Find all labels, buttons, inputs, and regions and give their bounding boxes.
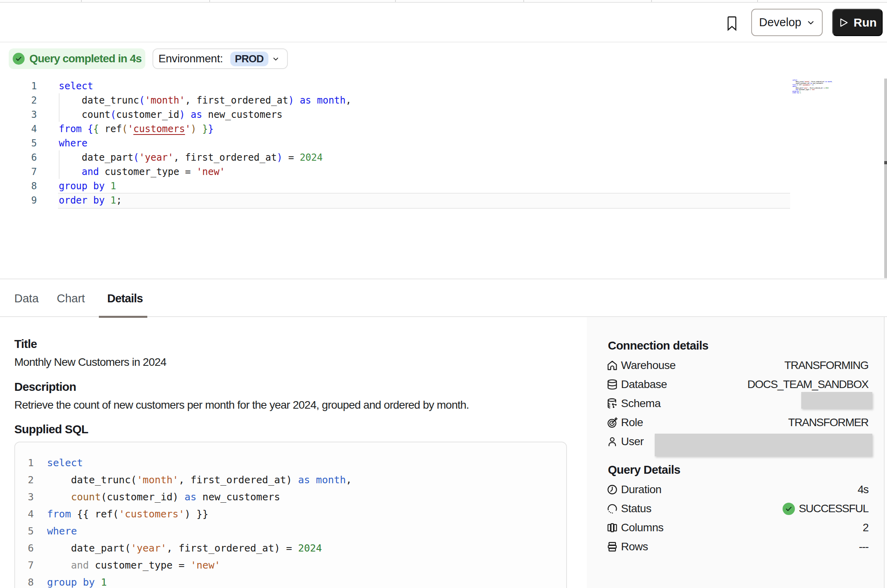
- status-icon: [607, 503, 618, 514]
- editor-scrollbar-thumb[interactable]: [884, 161, 887, 164]
- code-line: 7 and customer_type = 'new': [0, 165, 790, 179]
- role-icon: [607, 417, 618, 428]
- row-value: ---: [859, 540, 868, 553]
- code-line: 8group by 1: [15, 574, 563, 588]
- user-icon: [607, 436, 618, 447]
- duration-icon: [607, 484, 618, 495]
- success-check-icon: [13, 53, 25, 65]
- schema-redaction: [801, 392, 872, 409]
- row-label: Warehouse: [621, 359, 676, 372]
- develop-button[interactable]: Develop: [751, 9, 823, 36]
- run-label: Run: [854, 16, 877, 29]
- row-label: Columns: [621, 521, 663, 534]
- environment-select[interactable]: Environment: PROD: [152, 48, 288, 69]
- detail-row-warehouse: WarehouseTRANSFORMING: [607, 356, 868, 375]
- editor-scrollbar[interactable]: [884, 79, 887, 278]
- file-tab-separator: [395, 0, 396, 2]
- connection-details-panel: Connection details WarehouseTRANSFORMING…: [587, 316, 884, 588]
- row-value: TRANSFORMING: [784, 359, 868, 372]
- code-line: 4from {{ ref('customers') }}: [0, 122, 790, 136]
- tab-details[interactable]: Details: [107, 292, 143, 305]
- bookmark-icon[interactable]: [726, 16, 738, 31]
- file-tab-separator: [651, 0, 652, 2]
- code-line: 2 date_trunc('month', first_ordered_at) …: [0, 93, 790, 108]
- code-line: 6 date_part('year', first_ordered_at) = …: [0, 150, 790, 165]
- file-tab-separator: [209, 0, 210, 2]
- row-label: Status: [621, 502, 651, 515]
- environment-label: Environment:: [158, 52, 223, 65]
- row-value: 4s: [858, 483, 868, 496]
- detail-row-database: DatabaseDOCS_TEAM_SANDBOX: [607, 375, 868, 394]
- code-line: 4from {{ ref('customers') }}: [15, 505, 563, 523]
- row-label: Duration: [621, 483, 661, 496]
- schema-icon: [607, 398, 618, 409]
- query-details-heading: Query Details: [608, 463, 680, 477]
- query-status-pill: Query completed in 4s: [9, 48, 145, 69]
- row-value: TRANSFORMER: [788, 416, 868, 429]
- file-tab-strip[interactable]: [0, 0, 887, 3]
- row-label: Rows: [621, 540, 648, 553]
- description-heading: Description: [14, 380, 76, 394]
- develop-label: Develop: [759, 16, 801, 29]
- results-tab-bar: Data Chart Details: [0, 280, 887, 317]
- detail-row-columns: Columns2: [607, 518, 868, 537]
- environment-value-chip: PROD: [230, 52, 268, 66]
- row-label: Role: [621, 416, 643, 429]
- code-line: 3 count(customer_id) as new_customers: [0, 108, 790, 122]
- play-icon: [838, 17, 848, 28]
- columns-icon: [607, 522, 618, 533]
- editor-minimap[interactable]: select date_trunc('month', first_ordered…: [793, 79, 840, 95]
- rows-icon: [607, 541, 618, 552]
- file-tab-separator: [523, 0, 524, 2]
- code-line: 2 date_trunc('month', first_ordered_at) …: [15, 471, 563, 488]
- success-check-icon: [783, 503, 795, 515]
- detail-row-status: StatusSUCCESSFUL: [607, 499, 868, 518]
- connection-details-heading: Connection details: [608, 339, 708, 352]
- supplied-sql-box: 1select2 date_trunc('month', first_order…: [14, 442, 567, 588]
- code-line: 5where: [0, 136, 790, 150]
- supplied-sql-heading: Supplied SQL: [14, 423, 88, 436]
- warehouse-icon: [607, 360, 618, 371]
- user-redaction: [655, 434, 872, 456]
- row-value: 2: [863, 521, 868, 534]
- chevron-down-icon: [272, 56, 279, 62]
- file-tab-separator: [81, 0, 82, 2]
- row-label: User: [621, 435, 644, 448]
- database-icon: [607, 379, 618, 390]
- details-panel: Title Monthly New Customers in 2024 Desc…: [0, 316, 887, 588]
- minimap-line: order by 1;: [793, 92, 887, 94]
- row-value: SUCCESSFUL: [799, 502, 868, 515]
- toolbar: Develop Run: [0, 3, 887, 42]
- title-heading: Title: [14, 337, 37, 351]
- row-value: DOCS_TEAM_SANDBOX: [747, 378, 868, 391]
- description-value: Retrieve the count of new customers per …: [14, 399, 469, 411]
- code-line: 3 count(customer_id) as new_customers: [15, 488, 563, 505]
- code-line: 8group by 1: [0, 179, 790, 193]
- row-label: Schema: [621, 397, 661, 410]
- detail-row-duration: Duration4s: [607, 480, 868, 499]
- run-button[interactable]: Run: [832, 9, 883, 36]
- code-line: 5where: [15, 523, 563, 540]
- detail-row-rows: Rows---: [607, 537, 868, 556]
- tab-data[interactable]: Data: [14, 292, 39, 305]
- code-line: 1select: [15, 454, 563, 471]
- query-status-text: Query completed in 4s: [29, 52, 141, 65]
- code-line: 7 and customer_type = 'new': [15, 557, 563, 574]
- sql-editor: Query completed in 4s Environment: PROD …: [0, 43, 887, 279]
- code-line: 6 date_part('year', first_ordered_at) = …: [15, 540, 563, 557]
- details-scrollbar-gutter: [884, 316, 885, 588]
- active-tab-underline: [99, 316, 147, 318]
- tab-chart[interactable]: Chart: [57, 292, 85, 305]
- code-line: 9order by 1;: [0, 193, 790, 208]
- editor-minimap-content: select date_trunc('month', first_ordered…: [793, 79, 887, 94]
- detail-row-role: RoleTRANSFORMER: [607, 413, 868, 432]
- title-value: Monthly New Customers in 2024: [14, 356, 166, 369]
- row-label: Database: [621, 378, 667, 391]
- file-tab-separator: [757, 0, 758, 2]
- chevron-down-icon: [807, 19, 815, 27]
- code-line: 1select: [0, 79, 790, 93]
